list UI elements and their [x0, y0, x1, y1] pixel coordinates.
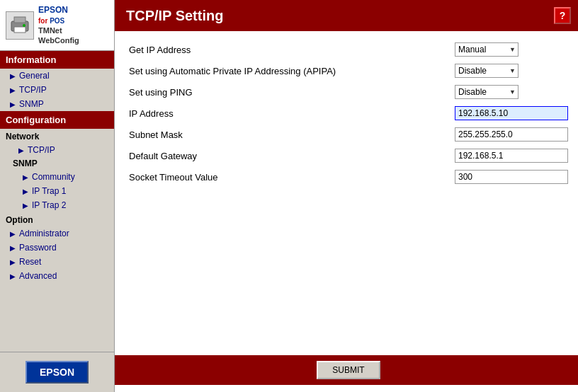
sidebar-section-information: Information [0, 51, 114, 69]
sidebar-section-configuration: Configuration [0, 111, 114, 129]
label-subnet-mask: Subnet Mask [129, 129, 455, 140]
app-container: EPSON for POS TMNet WebConfig Informatio… [0, 0, 578, 392]
sidebar-item-ip-trap-2[interactable]: ▶ IP Trap 2 [0, 198, 114, 212]
form-row-default-gateway: Default Gateway [129, 149, 568, 163]
arrow-icon: ▶ [10, 272, 16, 280]
sidebar-option-label: Option [0, 212, 114, 226]
sidebar: EPSON for POS TMNet WebConfig Informatio… [0, 0, 115, 392]
label-ping: Set using PING [129, 87, 455, 98]
form-row-apipa: Set using Automatic Private IP Addressin… [129, 64, 568, 78]
submit-bar: SUBMIT [115, 355, 578, 385]
sidebar-item-general[interactable]: ▶ General [0, 69, 114, 83]
sidebar-item-ip-trap-1[interactable]: ▶ IP Trap 1 [0, 184, 114, 198]
logo-text: EPSON for POS TMNet WebConfig [38, 5, 79, 45]
arrow-icon: ▶ [10, 86, 16, 94]
sidebar-item-tcpip-info[interactable]: ▶ TCP/IP [0, 83, 114, 97]
form-row-ip-address: IP Address [129, 106, 568, 120]
form-row-subnet-mask: Subnet Mask [129, 127, 568, 142]
select-wrap-get-ip: Manual Auto DHCP [455, 42, 518, 57]
page-header: TCP/IP Setting ? [115, 0, 578, 31]
arrow-icon: ▶ [10, 258, 16, 266]
label-ip-address: IP Address [129, 108, 455, 119]
epson-button[interactable]: EPSON [26, 361, 89, 384]
sidebar-item-advanced[interactable]: ▶ Advanced [0, 269, 114, 283]
form-row-get-ip: Get IP Address Manual Auto DHCP [129, 42, 568, 57]
arrow-icon: ▶ [10, 230, 16, 238]
arrow-icon: ▶ [18, 146, 24, 154]
form-row-socket-timeout: Socket Timeout Value [129, 170, 568, 184]
printer-icon [6, 11, 34, 40]
select-get-ip[interactable]: Manual Auto DHCP [455, 42, 518, 57]
sidebar-item-administrator[interactable]: ▶ Administrator [0, 226, 114, 241]
sidebar-item-snmp-info[interactable]: ▶ SNMP [0, 97, 114, 111]
main-content: TCP/IP Setting ? Get IP Address Manual A… [115, 0, 578, 392]
select-ping[interactable]: Disable Enable [455, 85, 518, 99]
label-get-ip: Get IP Address [129, 45, 455, 55]
arrow-icon: ▶ [23, 202, 28, 209]
input-default-gateway[interactable] [455, 149, 568, 163]
arrow-icon: ▶ [23, 188, 28, 195]
sidebar-item-community[interactable]: ▶ Community [0, 170, 114, 184]
logo-area: EPSON for POS TMNet WebConfig [0, 0, 114, 51]
sidebar-content: Information ▶ General ▶ TCP/IP ▶ SNMP Co… [0, 51, 114, 352]
arrow-icon: ▶ [10, 72, 16, 80]
sidebar-network-label: Network [0, 129, 114, 143]
form-area: Get IP Address Manual Auto DHCP Set usin… [115, 31, 578, 355]
sidebar-item-reset[interactable]: ▶ Reset [0, 255, 114, 269]
label-socket-timeout: Socket Timeout Value [129, 172, 455, 183]
form-row-ping: Set using PING Disable Enable [129, 85, 568, 99]
sidebar-footer: EPSON [0, 352, 114, 392]
svg-rect-1 [14, 17, 26, 23]
sidebar-snmp-label: SNMP [0, 157, 114, 170]
label-apipa: Set using Automatic Private IP Addressin… [129, 66, 455, 76]
input-socket-timeout[interactable] [455, 170, 568, 184]
page-title: TCP/IP Setting [126, 8, 223, 24]
label-default-gateway: Default Gateway [129, 151, 455, 161]
arrow-icon: ▶ [23, 173, 28, 181]
submit-button[interactable]: SUBMIT [317, 361, 380, 379]
input-ip-address[interactable] [455, 106, 568, 120]
select-apipa[interactable]: Disable Enable [455, 64, 518, 78]
arrow-icon: ▶ [10, 100, 16, 108]
svg-point-3 [23, 24, 26, 27]
sidebar-item-tcpip-config[interactable]: ▶ TCP/IP [0, 143, 114, 157]
svg-rect-2 [14, 27, 26, 33]
select-wrap-apipa: Disable Enable [455, 64, 518, 78]
arrow-icon: ▶ [10, 244, 16, 252]
select-wrap-ping: Disable Enable [455, 85, 518, 99]
sidebar-item-password[interactable]: ▶ Password [0, 241, 114, 255]
input-subnet-mask[interactable] [455, 127, 568, 142]
help-icon[interactable]: ? [554, 7, 571, 24]
